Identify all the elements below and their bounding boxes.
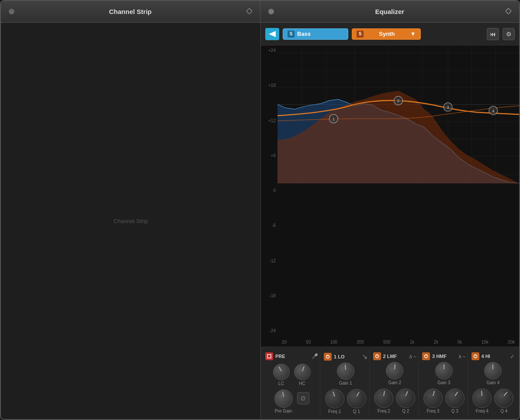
gain4-knob[interactable] bbox=[484, 362, 502, 379]
band-3-gain-row: Gain 3 bbox=[435, 362, 453, 385]
svg-marker-1 bbox=[506, 8, 511, 14]
q1-knob[interactable] bbox=[347, 389, 366, 408]
q2-knob-group: Q 2 bbox=[396, 389, 415, 413]
band-4-header: 4 HI ✓ bbox=[471, 352, 515, 360]
q1-label: Q 1 bbox=[353, 409, 360, 414]
diamond-icon-left bbox=[246, 8, 252, 16]
band-3-hmf: 3 HMF ∧~ Gain 3 bbox=[420, 351, 468, 416]
q4-knob-group: Q 4 bbox=[494, 389, 513, 413]
band-4-freq-row: Freq 4 Q 4 bbox=[472, 389, 513, 413]
gain4-knob-group: Gain 4 bbox=[484, 362, 502, 385]
gain2-label: Gain 2 bbox=[388, 380, 401, 385]
window-close-button[interactable] bbox=[9, 9, 14, 14]
band-pre-power-button[interactable] bbox=[265, 352, 273, 360]
band-pre-header: PRE 🎤 bbox=[265, 352, 318, 360]
freq2-knob[interactable] bbox=[374, 389, 393, 408]
band-2-shape: ∧~ bbox=[409, 353, 416, 360]
band-3-freq-row: Freq 3 Q 3 bbox=[423, 389, 465, 413]
band-4-gain-row: Gain 4 bbox=[484, 362, 502, 385]
gain1-label: Gain 1 bbox=[339, 381, 352, 386]
channel-strip-panel: Channel Strip bbox=[1, 23, 261, 419]
svg-text:2: 2 bbox=[397, 98, 399, 103]
synth-dropdown-arrow: ▼ bbox=[410, 31, 416, 37]
hc-label: HC bbox=[299, 381, 305, 386]
gain3-knob-group: Gain 3 bbox=[435, 362, 453, 385]
q3-knob-group: Q 3 bbox=[445, 389, 465, 413]
band-1-power-button[interactable] bbox=[324, 353, 332, 361]
eq-y-label-p18: +18 bbox=[262, 83, 276, 88]
settings-button[interactable]: ⚙ bbox=[503, 28, 515, 40]
synth-track-button[interactable]: S Synth ▼ bbox=[352, 28, 421, 40]
synth-track-name: Synth bbox=[379, 31, 395, 37]
back-button[interactable] bbox=[265, 28, 279, 40]
lc-knob-group: LC bbox=[273, 364, 290, 386]
band-1-freq-row: Freq 1 Q 1 bbox=[325, 389, 366, 414]
channel-strip-title-section: Channel Strip bbox=[1, 1, 260, 22]
q2-knob[interactable] bbox=[396, 389, 415, 408]
phase-button[interactable]: ∅ bbox=[297, 392, 309, 404]
freq1-knob[interactable] bbox=[325, 389, 344, 408]
q4-knob[interactable] bbox=[494, 389, 513, 408]
band-2-power-button[interactable] bbox=[373, 352, 381, 360]
channel-strip-placeholder: Channel Strip bbox=[114, 218, 148, 224]
eq-x-label-500: 500 bbox=[383, 340, 391, 344]
q2-label: Q 2 bbox=[402, 409, 409, 413]
band-2-header: 2 LMF ∧~ bbox=[373, 352, 417, 360]
gain4-label: Gain 4 bbox=[487, 380, 499, 385]
gain2-knob[interactable] bbox=[386, 362, 403, 379]
pregain-knob-group: Pre Gain bbox=[274, 389, 293, 413]
eq-y-label-p12: +12 bbox=[262, 118, 276, 123]
band-2-freq-row: Freq 2 Q 2 bbox=[374, 389, 415, 413]
eq-x-label-100: 100 bbox=[330, 340, 337, 344]
eq-y-label-p6: +6 bbox=[262, 153, 276, 158]
eq-x-label-1k: 1k bbox=[410, 340, 415, 344]
bass-track-button[interactable]: S Bass bbox=[283, 28, 348, 40]
eq-graph[interactable]: +24 +18 +12 +6 0 -6 -12 -18 -24 bbox=[261, 45, 519, 347]
freq2-knob-group: Freq 2 bbox=[374, 389, 393, 413]
pregain-label: Pre Gain bbox=[275, 409, 292, 413]
band-3-shape: ∧~ bbox=[458, 353, 466, 360]
q3-knob[interactable] bbox=[445, 389, 465, 408]
band-3-power-button[interactable] bbox=[422, 352, 430, 360]
gain1-knob[interactable] bbox=[337, 362, 354, 380]
freq3-knob[interactable] bbox=[423, 389, 443, 408]
eq-x-label-50: 50 bbox=[306, 340, 311, 344]
bass-track-letter: S bbox=[288, 31, 295, 38]
svg-marker-0 bbox=[246, 8, 252, 14]
q4-label: Q 4 bbox=[500, 409, 507, 413]
eq-x-label-10k: 10k bbox=[482, 340, 489, 344]
q3-label: Q 3 bbox=[451, 409, 458, 413]
band-1-gain-row: Gain 1 bbox=[337, 362, 354, 386]
lc-label: LC bbox=[278, 381, 284, 386]
gain3-label: Gain 3 bbox=[437, 380, 450, 385]
gain3-knob[interactable] bbox=[435, 362, 453, 379]
lc-knob[interactable] bbox=[273, 364, 290, 380]
eq-x-label-20: 20 bbox=[282, 340, 287, 344]
pregain-knob[interactable] bbox=[274, 389, 293, 408]
band-4-label: 4 HI bbox=[482, 354, 490, 359]
band-1-header: 1 LO ↘ bbox=[324, 352, 367, 361]
band-4-power-button[interactable] bbox=[471, 352, 479, 360]
equalizer-title: Equalizer bbox=[375, 8, 404, 15]
band-3-header: 3 HMF ∧~ bbox=[422, 352, 466, 360]
eq-y-labels: +24 +18 +12 +6 0 -6 -12 -18 -24 bbox=[261, 45, 277, 336]
eq-y-label-m24: -24 bbox=[262, 328, 276, 333]
hc-knob[interactable] bbox=[294, 364, 311, 380]
hc-knob-group: HC bbox=[294, 364, 311, 386]
band-1-label: 1 LO bbox=[334, 354, 344, 359]
freq3-knob-group: Freq 3 bbox=[423, 389, 443, 413]
q1-knob-group: Q 1 bbox=[347, 389, 366, 414]
eq-x-labels: 20 50 100 200 500 1k 2k 5k 10k 20k bbox=[277, 337, 519, 347]
equalizer-title-section: Equalizer bbox=[260, 1, 520, 22]
plugin-window: Channel Strip Equalizer Channel Strip bbox=[0, 0, 520, 420]
eq-y-label-p24: +24 bbox=[262, 48, 276, 53]
freq4-knob[interactable] bbox=[472, 389, 492, 408]
freq1-label: Freq 1 bbox=[328, 409, 341, 414]
reset-button[interactable]: ⏮ bbox=[487, 28, 499, 40]
eq-y-label-m12: -12 bbox=[262, 258, 276, 263]
eq-svg-canvas: 1 2 3 4 bbox=[277, 45, 519, 183]
channel-strip-title: Channel Strip bbox=[109, 8, 152, 15]
reset-icon: ⏮ bbox=[490, 31, 496, 38]
band-1-lo: 1 LO ↘ Gain 1 bbox=[322, 351, 370, 416]
eq-x-label-2k: 2k bbox=[433, 340, 438, 344]
